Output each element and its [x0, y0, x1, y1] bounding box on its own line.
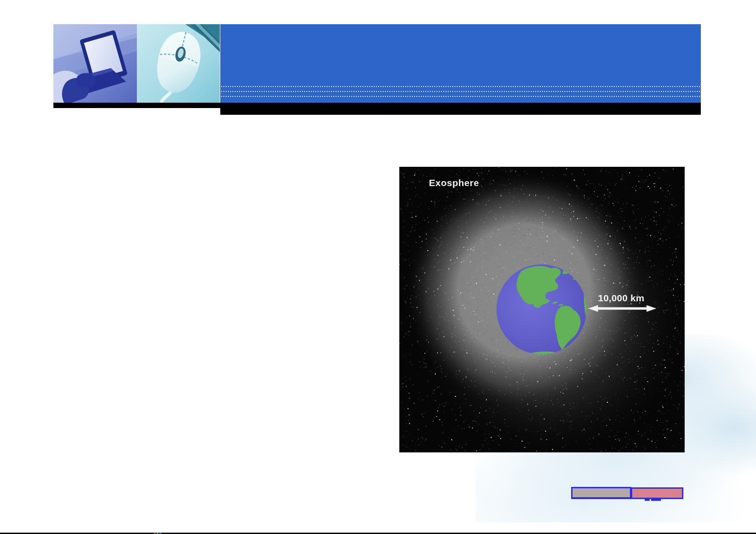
distance-arrow-icon [588, 304, 656, 313]
banner-dotted-line-3 [221, 96, 700, 97]
button-underline-mark [645, 499, 650, 501]
nav-button-gray[interactable] [571, 487, 631, 499]
slide: { "slide": { "background": "#ffffff", "b… [0, 0, 756, 534]
banner-dotted-line-1 [221, 86, 700, 87]
button-underline-mark [651, 499, 661, 501]
nav-button-pink[interactable] [631, 487, 683, 499]
computer-mouse-photo [137, 24, 220, 103]
black-bar-under-photos [53, 103, 220, 108]
banner-dotted-line-2 [221, 91, 700, 92]
exosphere-label: Exosphere [429, 178, 479, 188]
mouse-photo-illustration [137, 24, 220, 103]
distance-label: 10,000 km [598, 293, 644, 304]
header-banner [220, 24, 701, 103]
exosphere-figure: Exosphere 10,000 km [399, 167, 685, 452]
earth-globe-illustration [496, 264, 587, 355]
black-bar-under-banner [220, 103, 701, 115]
laptop-photo-illustration [53, 24, 137, 103]
laptop-hands-photo [53, 24, 137, 103]
